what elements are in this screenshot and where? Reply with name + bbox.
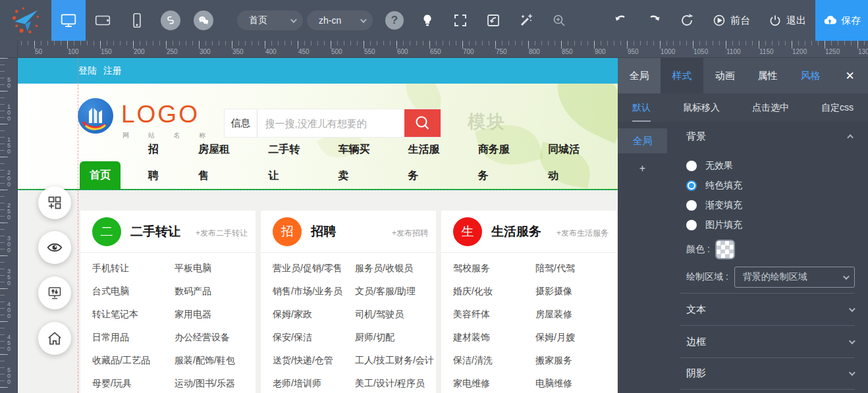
save-button[interactable]: 保存 xyxy=(815,0,868,41)
register-link[interactable]: 注册 xyxy=(103,65,122,76)
redo-button[interactable] xyxy=(637,0,670,41)
state-tab-3[interactable]: 点击选中 xyxy=(752,93,789,122)
category-link[interactable]: 陪驾/代驾 xyxy=(535,263,605,275)
panel-tab-全局[interactable]: 全局 xyxy=(618,58,661,93)
device-tablet-button[interactable] xyxy=(86,0,120,41)
category-link[interactable]: 保姆/家政 xyxy=(273,309,355,321)
category-link[interactable]: 厨师/切配 xyxy=(355,332,424,344)
category-link[interactable]: 司机/驾驶员 xyxy=(355,309,424,321)
search-category-select[interactable]: 信息 xyxy=(225,109,258,137)
category-link[interactable]: 服装/配饰/鞋包 xyxy=(175,355,244,367)
category-link[interactable]: 房屋装修 xyxy=(535,309,605,321)
nav-item-5[interactable]: 车辆买卖 xyxy=(338,136,377,189)
display-settings-button[interactable] xyxy=(38,276,71,309)
category-link[interactable]: 工人/技工财务/会计 xyxy=(355,355,434,367)
wechat-button[interactable] xyxy=(194,11,213,30)
section-阴影[interactable]: 阴影 xyxy=(680,357,855,390)
nav-item-8[interactable]: 同城活动 xyxy=(548,136,587,189)
add-layer-button[interactable]: + xyxy=(618,160,667,177)
page-select[interactable]: 首页 xyxy=(237,11,303,30)
fill-option-label: 无效果 xyxy=(705,160,733,172)
help-button[interactable]: ? xyxy=(378,0,411,41)
category-link[interactable]: 电脑维修 xyxy=(535,378,605,390)
import-button[interactable] xyxy=(477,0,510,41)
device-phone-button[interactable] xyxy=(120,0,154,41)
category-link[interactable]: 日常用品 xyxy=(92,332,175,344)
fill-option-1[interactable]: 无效果 xyxy=(686,156,855,176)
language-select[interactable]: zh-cn xyxy=(307,11,373,30)
fill-option-4[interactable]: 图片填充 xyxy=(686,215,855,235)
category-link[interactable]: 服务员/收银员 xyxy=(355,263,424,275)
category-link[interactable]: 驾校服务 xyxy=(453,263,535,275)
panel-tab-属性[interactable]: 属性 xyxy=(746,58,789,93)
state-tab-1[interactable]: 默认 xyxy=(632,93,651,122)
category-link[interactable]: 建材装饰 xyxy=(453,332,535,344)
fullscreen-button[interactable] xyxy=(444,0,477,41)
category-link[interactable]: 母婴/玩具 xyxy=(92,378,175,390)
category-link[interactable]: 保洁/清洗 xyxy=(453,355,535,367)
category-link[interactable]: 家用电器 xyxy=(175,309,244,321)
section-边框[interactable]: 边框 xyxy=(680,325,855,357)
panel-tab-样式[interactable]: 样式 xyxy=(661,58,703,93)
category-link[interactable]: 婚庆/化妆 xyxy=(453,286,535,298)
category-link[interactable]: 收藏品/工艺品 xyxy=(92,355,175,367)
category-link[interactable]: 保安/保洁 xyxy=(273,332,355,344)
category-link[interactable]: 摄影摄像 xyxy=(535,286,605,298)
layer-item-global[interactable]: 全局 xyxy=(618,128,667,153)
category-link[interactable]: 平板电脑 xyxy=(175,263,244,275)
search-button[interactable] xyxy=(404,109,441,137)
category-link[interactable]: 营业员/促销/零售 xyxy=(273,263,355,275)
device-desktop-button[interactable] xyxy=(51,0,86,41)
nav-item-1[interactable]: 首页 xyxy=(80,161,121,189)
category-link[interactable]: 文员/客服/助理 xyxy=(355,286,424,298)
category-link[interactable]: 转让笔记本 xyxy=(92,309,175,321)
app-logo[interactable] xyxy=(0,0,51,41)
zoom-tool-button[interactable] xyxy=(543,0,576,41)
nav-item-7[interactable]: 商务服务 xyxy=(478,136,518,189)
nav-item-3[interactable]: 房屋租售 xyxy=(198,136,238,189)
fill-option-3[interactable]: 渐变填充 xyxy=(686,196,855,215)
category-link[interactable]: 家电维修 xyxy=(453,378,535,390)
publish-link[interactable]: +发布生活服务 xyxy=(556,228,609,239)
site-logo[interactable]: LOGO 网 站 名 称 xyxy=(78,97,209,149)
category-link[interactable]: 美工/设计/程序员 xyxy=(355,378,425,390)
preview-frontend-button[interactable]: 前台 xyxy=(703,0,759,41)
section-文本[interactable]: 文本 xyxy=(680,293,855,325)
category-link[interactable]: 送货/快递/仓管 xyxy=(273,355,355,367)
nav-item-2[interactable]: 招聘 xyxy=(148,136,168,189)
background-section-header[interactable]: 背景 xyxy=(686,127,854,145)
refresh-button[interactable] xyxy=(670,0,703,41)
category-link[interactable]: 销售/市场/业务员 xyxy=(273,286,355,298)
category-link[interactable]: 保姆/月嫂 xyxy=(535,332,605,344)
panel-tab-风格[interactable]: 风格 xyxy=(789,58,832,93)
category-link[interactable]: 台式电脑 xyxy=(92,286,175,298)
category-link[interactable]: 办公经营设备 xyxy=(175,332,244,344)
add-module-button[interactable] xyxy=(38,186,71,219)
draw-area-select[interactable]: 背景的绘制区域 xyxy=(734,267,855,288)
publish-link[interactable]: +发布招聘 xyxy=(392,228,428,239)
category-link[interactable]: 数码产品 xyxy=(175,286,244,298)
nav-item-6[interactable]: 生活服务 xyxy=(408,136,448,189)
panel-close-button[interactable]: ✕ xyxy=(832,58,868,93)
miniprogram-button[interactable] xyxy=(161,11,180,30)
state-tab-2[interactable]: 鼠标移入 xyxy=(683,93,720,122)
state-tab-4[interactable]: 自定css xyxy=(821,93,854,122)
exit-button[interactable]: 退出 xyxy=(759,0,815,41)
category-link[interactable]: 老师/培训师 xyxy=(273,378,355,390)
tips-button[interactable] xyxy=(411,0,444,41)
category-link[interactable]: 搬家服务 xyxy=(535,355,605,367)
publish-link[interactable]: +发布二手转让 xyxy=(196,228,248,239)
home-button[interactable] xyxy=(38,322,71,355)
undo-button[interactable] xyxy=(605,0,637,41)
color-swatch[interactable] xyxy=(715,240,735,259)
category-link[interactable]: 美容纤体 xyxy=(453,309,535,321)
preview-button[interactable] xyxy=(38,231,71,264)
panel-tab-动画[interactable]: 动画 xyxy=(703,58,746,93)
category-link[interactable]: 运动/图书/乐器 xyxy=(175,378,244,390)
magic-wand-button[interactable] xyxy=(510,0,543,41)
nav-item-4[interactable]: 二手转让 xyxy=(268,136,308,189)
fill-option-2[interactable]: 纯色填充 xyxy=(686,176,855,196)
search-input[interactable] xyxy=(258,109,404,137)
login-link[interactable]: 登陆 xyxy=(78,65,97,76)
category-link[interactable]: 手机转让 xyxy=(92,263,175,275)
